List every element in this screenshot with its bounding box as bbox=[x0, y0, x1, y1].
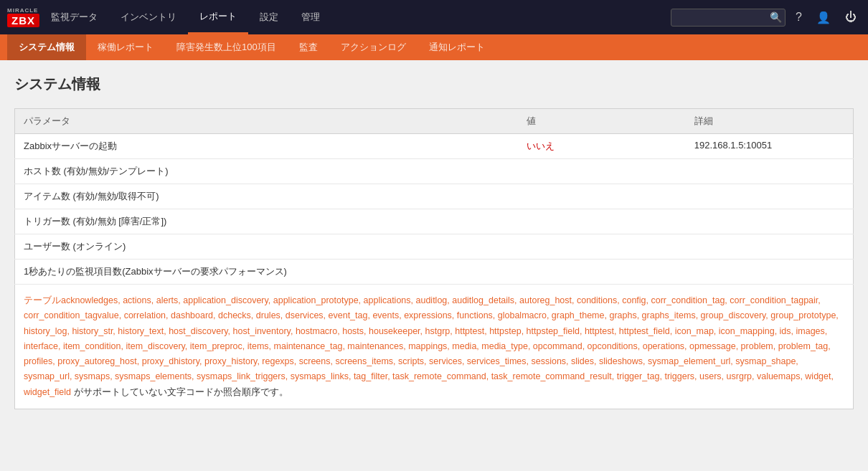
server-running-link[interactable]: いいえ bbox=[527, 141, 555, 151]
header-detail: 詳細 bbox=[686, 109, 854, 134]
table-row: Zabbixサーバーの起動 いいえ 192.168.1.5:10051 bbox=[15, 134, 854, 159]
subnav-actionlog[interactable]: アクションログ bbox=[329, 34, 418, 60]
subnav-audit[interactable]: 監査 bbox=[288, 34, 329, 60]
miracle-logo: MIRACLE ZBX bbox=[7, 8, 39, 27]
nav-admin[interactable]: 管理 bbox=[290, 0, 331, 34]
detail-perf bbox=[686, 260, 854, 285]
table-note-text: がサポートしていない文字コードか照合順序です。 bbox=[74, 387, 288, 397]
nav-monitoring[interactable]: 監視データ bbox=[39, 0, 109, 34]
nav-links: 監視データ インベントリ レポート 設定 管理 bbox=[39, 0, 671, 34]
table-row: アイテム数 (有効/無効/取得不可) bbox=[15, 184, 854, 209]
info-table: パラメータ 値 詳細 Zabbixサーバーの起動 いいえ 192.168.1.5… bbox=[14, 108, 854, 409]
nav-settings[interactable]: 設定 bbox=[248, 0, 290, 34]
nav-right: 🔍 ? 👤 ⏻ bbox=[671, 8, 861, 27]
param-trigger-count: トリガー数 (有効/無効 [障害/正常]) bbox=[15, 209, 518, 234]
table-row: トリガー数 (有効/無効 [障害/正常]) bbox=[15, 209, 854, 234]
detail-item-count bbox=[686, 184, 854, 209]
value-trigger-count bbox=[518, 209, 686, 234]
value-server-running: いいえ bbox=[518, 134, 686, 159]
detail-user-count bbox=[686, 234, 854, 260]
subnav-notification[interactable]: 通知レポート bbox=[418, 34, 496, 60]
table-row: ホスト数 (有効/無効/テンプレート) bbox=[15, 159, 854, 184]
table-list-cell: テーブルacknowledges, actions, alerts, appli… bbox=[15, 285, 854, 409]
table-list-row: テーブルacknowledges, actions, alerts, appli… bbox=[15, 285, 854, 409]
detail-server-running: 192.168.1.5:10051 bbox=[686, 134, 854, 159]
param-user-count: ユーザー数 (オンライン) bbox=[15, 234, 518, 260]
search-input[interactable] bbox=[671, 9, 786, 27]
top-navigation: MIRACLE ZBX 監視データ インベントリ レポート 設定 管理 🔍 ? … bbox=[0, 0, 868, 34]
param-perf: 1秒あたりの監視項目数(Zabbixサーバーの要求パフォーマンス) bbox=[15, 260, 518, 285]
value-item-count bbox=[518, 184, 686, 209]
logo-area: MIRACLE ZBX bbox=[7, 8, 39, 27]
nav-inventory[interactable]: インベントリ bbox=[109, 0, 188, 34]
zbx-text: ZBX bbox=[7, 14, 39, 27]
user-button[interactable]: 👤 bbox=[812, 8, 835, 27]
param-host-count: ホスト数 (有効/無効/テンプレート) bbox=[15, 159, 518, 184]
param-item-count: アイテム数 (有効/無効/取得不可) bbox=[15, 184, 518, 209]
nav-reports[interactable]: レポート bbox=[188, 0, 248, 34]
search-wrapper: 🔍 bbox=[671, 9, 786, 27]
search-button[interactable]: 🔍 bbox=[770, 11, 782, 23]
subnav-workload[interactable]: 稼働レポート bbox=[86, 34, 165, 60]
main-content: システム情報 パラメータ 値 詳細 Zabbixサーバーの起動 いいえ 192.… bbox=[0, 60, 868, 424]
detail-trigger-count bbox=[686, 209, 854, 234]
header-value: 値 bbox=[518, 109, 686, 134]
table-row: 1秒あたりの監視項目数(Zabbixサーバーの要求パフォーマンス) bbox=[15, 260, 854, 285]
value-user-count bbox=[518, 234, 686, 260]
sub-navigation: システム情報 稼働レポート 障害発生数上位100項目 監査 アクションログ 通知… bbox=[0, 34, 868, 60]
header-param: パラメータ bbox=[15, 109, 518, 134]
subnav-sysinfo[interactable]: システム情報 bbox=[7, 34, 86, 60]
help-button[interactable]: ? bbox=[791, 8, 806, 27]
value-perf bbox=[518, 260, 686, 285]
param-server-running: Zabbixサーバーの起動 bbox=[15, 134, 518, 159]
power-button[interactable]: ⏻ bbox=[841, 8, 861, 27]
subnav-top100[interactable]: 障害発生数上位100項目 bbox=[165, 34, 288, 60]
miracle-text: MIRACLE bbox=[7, 8, 38, 14]
table-list-text: テーブルacknowledges, actions, alerts, appli… bbox=[24, 295, 839, 397]
detail-host-count bbox=[686, 159, 854, 184]
table-header-row: パラメータ 値 詳細 bbox=[15, 109, 854, 134]
table-row: ユーザー数 (オンライン) bbox=[15, 234, 854, 260]
value-host-count bbox=[518, 159, 686, 184]
page-title: システム情報 bbox=[14, 75, 854, 94]
